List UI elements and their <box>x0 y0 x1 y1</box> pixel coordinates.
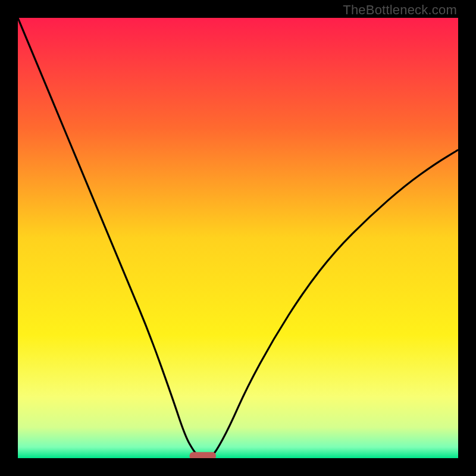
chart-svg <box>18 18 458 458</box>
plot-area <box>18 18 458 458</box>
watermark-text: TheBottleneck.com <box>343 2 457 18</box>
chart-frame: TheBottleneck.com <box>0 0 476 476</box>
gradient-background <box>18 18 458 458</box>
optimal-range-marker <box>190 452 216 458</box>
